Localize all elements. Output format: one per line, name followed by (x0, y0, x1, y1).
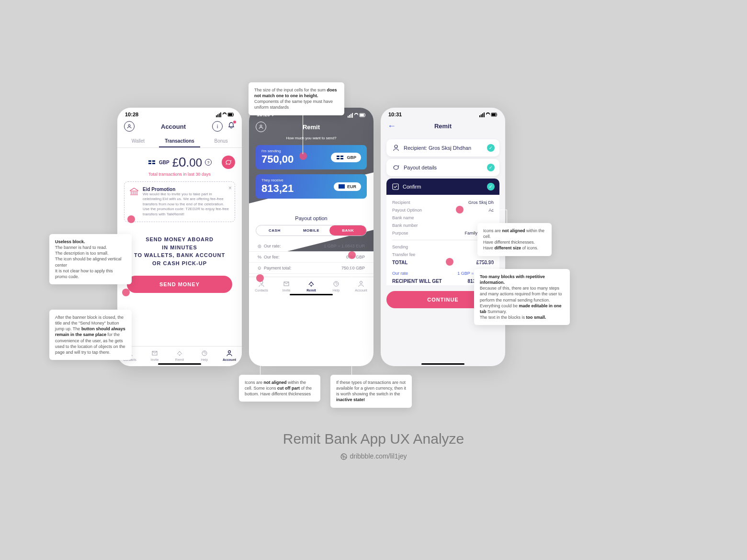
balance-subtitle: Total transactions in last 30 days (117, 172, 242, 181)
account-tabs: Wallet Transactions Bonus (117, 135, 242, 148)
status-icons (348, 112, 366, 117)
person-icon (392, 144, 400, 152)
svg-rect-3 (220, 112, 221, 117)
tabbar-account[interactable]: Account (349, 280, 374, 292)
tabbar-account[interactable]: Account (217, 349, 242, 361)
info-badge-icon[interactable]: ? (205, 159, 212, 166)
status-bar: 10:28 (117, 108, 242, 119)
annotation-dot (127, 215, 135, 223)
svg-rect-1 (217, 114, 218, 117)
annotation-connector (131, 224, 132, 238)
promo-banner: × Eid Promotion We would like to invite … (124, 181, 235, 222)
page-title: Remit (303, 123, 320, 131)
payout-option-tabs: CASH MOBILE BANK (256, 225, 367, 236)
tabbar-help[interactable]: Help (192, 349, 217, 361)
promo-description: We would like to invite you to take part… (143, 192, 230, 217)
tabbar-invite[interactable]: Invite (274, 280, 299, 292)
receive-currency-pill[interactable]: EUR (334, 182, 361, 191)
total-icon: ⊙ (258, 266, 261, 270)
hero-text: SEND MONEY ABOARD IN MINUTES TO WALLETS,… (117, 227, 242, 267)
balance-value: £0.00 (172, 155, 202, 170)
remit-subtitle: How much you want to send? (249, 136, 374, 145)
annotation-icons-aligned: Icons are not aligned within the cell. S… (239, 375, 320, 402)
svg-point-19 (260, 125, 262, 127)
payout-tab-bank[interactable]: BANK (329, 225, 366, 235)
svg-rect-25 (481, 114, 482, 117)
home-indicator (158, 363, 201, 365)
annotation-dot (348, 251, 356, 259)
check-icon: ✓ (487, 183, 495, 190)
svg-point-7 (128, 124, 130, 126)
receive-card[interactable]: They receive 813,21 EUR (256, 174, 367, 199)
recipient-card[interactable]: Recipient: Gros Sksj Dhdhan ✓ (386, 139, 499, 157)
svg-rect-15 (352, 113, 353, 118)
footer-link[interactable]: dribbble.com/lil1jey (0, 452, 747, 460)
bell-icon[interactable] (227, 122, 235, 131)
tabbar-remit[interactable]: Remit (299, 280, 324, 292)
confirm-card-header[interactable]: Confirm ✓ (386, 179, 499, 195)
close-icon[interactable]: × (228, 185, 232, 191)
piggy-icon[interactable] (222, 156, 235, 169)
annotation-dot (256, 274, 264, 282)
bank-icon (129, 187, 139, 196)
tab-wallet[interactable]: Wallet (117, 135, 159, 147)
screen-remit-form: 10:29 ↗ Remit How much you want to send?… (249, 108, 374, 366)
svg-rect-6 (233, 114, 234, 115)
page-title: Account (161, 123, 186, 130)
payout-icon (392, 164, 400, 171)
promo-title: Eid Promotion (143, 187, 230, 192)
status-time: 10:31 (388, 112, 402, 117)
payout-details-card[interactable]: Payout details ✓ (386, 159, 499, 176)
svg-rect-13 (349, 115, 350, 118)
annotation-dot (299, 152, 307, 160)
receive-label: They receive (261, 178, 294, 182)
page-title: Remit (434, 123, 452, 130)
annotation-button-position: After the banner block is closed, the ti… (49, 310, 132, 360)
svg-point-11 (228, 351, 231, 353)
payout-tab-cash[interactable]: CASH (256, 225, 293, 235)
detail-row: Payout OptinonAc (392, 206, 494, 214)
balance-row: GBP £0.00 ? (117, 148, 242, 172)
annotation-dot (456, 206, 464, 213)
svg-rect-12 (348, 116, 349, 118)
screen-account: 10:28 Account i Wallet Transactions Bonu… (117, 108, 242, 366)
sending-card[interactable]: I'm sending 750,00 GBP (256, 145, 367, 169)
header: Account i (117, 119, 242, 135)
sending-label: I'm sending (261, 149, 294, 153)
check-icon: ✓ (487, 144, 495, 152)
annotation-icons-size: Icons are not aligned within the cell. H… (477, 223, 552, 256)
tab-transactions[interactable]: Transactions (159, 135, 201, 147)
flag-gb-icon (336, 155, 344, 160)
tabbar-help[interactable]: Help (324, 280, 349, 292)
payout-tab-mobile[interactable]: MOBILE (293, 225, 330, 235)
annotation-inactive-state: If these types of transactions are not a… (330, 375, 412, 408)
svg-point-23 (360, 281, 362, 284)
sending-currency-pill[interactable]: GBP (331, 153, 361, 162)
detail-row: RecipientGros Sksj Dh (392, 199, 494, 206)
status-icons (216, 112, 234, 117)
detail-row: Bank name (392, 214, 494, 222)
back-icon[interactable]: ← (387, 121, 396, 131)
tabbar-remit[interactable]: Remit (167, 349, 192, 361)
profile-icon[interactable] (256, 122, 266, 132)
tabbar-contacts[interactable]: Contacts (249, 280, 274, 292)
svg-rect-30 (497, 114, 497, 115)
profile-icon[interactable] (124, 121, 135, 132)
total-row: TOTAL£750.90 (392, 258, 494, 267)
info-icon[interactable]: i (212, 121, 223, 132)
check-icon: ✓ (487, 164, 495, 171)
send-money-button[interactable]: SEND MONEY (127, 276, 232, 293)
percent-icon: % (258, 255, 261, 259)
svg-rect-27 (484, 112, 485, 117)
header: Remit (249, 120, 374, 136)
annotation-connector (492, 262, 492, 270)
annotation-useless-block: Useless block. The banner is hard to rea… (49, 234, 132, 284)
svg-point-31 (395, 145, 397, 148)
home-indicator (290, 294, 333, 295)
status-time: 10:28 (125, 112, 138, 117)
tabbar-invite[interactable]: Invite (142, 349, 167, 361)
confirm-icon (392, 183, 399, 190)
tab-bonus[interactable]: Bonus (200, 135, 242, 147)
sending-value: 750,00 (261, 153, 294, 166)
flag-gb-icon (147, 159, 156, 165)
